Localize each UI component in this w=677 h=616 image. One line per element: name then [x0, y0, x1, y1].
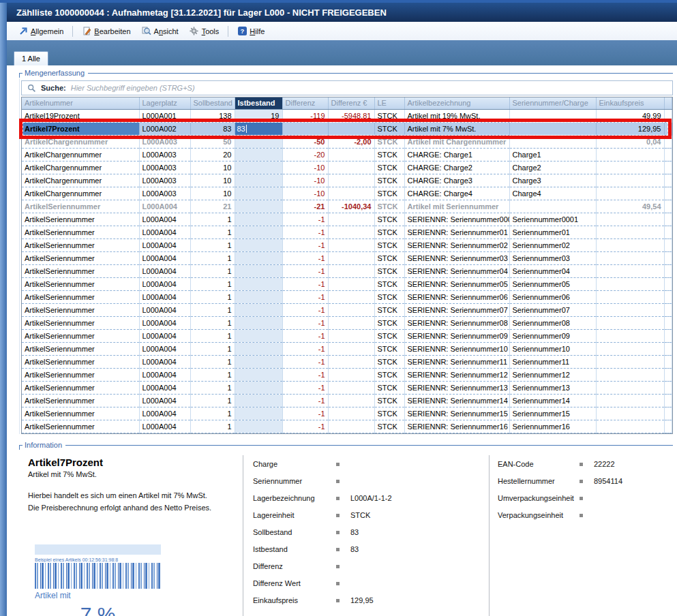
cell-artikelbezeichnung[interactable]: SERIENNR: Seriennummer08	[404, 316, 509, 329]
cell-differenz-eur[interactable]	[328, 161, 374, 174]
table-row[interactable]: ArtikelSeriennummerL000A0041-1STCKSERIEN…	[22, 342, 672, 355]
tab-alle[interactable]: 1 Alle	[14, 51, 48, 65]
cell-sliver[interactable]	[664, 420, 672, 433]
cell-seriennummer-charge[interactable]: Seriennummer05	[509, 277, 596, 290]
cell-lagerplatz[interactable]: L000A004	[139, 355, 190, 368]
cell-artikelbezeichnung[interactable]: SERIENNR: Seriennummer04	[404, 264, 509, 277]
cell-differenz-eur[interactable]	[328, 264, 374, 277]
cell-le[interactable]: STCK	[374, 316, 404, 329]
cell-lagerplatz[interactable]: L000A004	[139, 368, 190, 381]
table-row[interactable]: ArtikelSeriennummerL000A0041-1STCKSERIEN…	[22, 329, 672, 342]
cell-differenz-eur[interactable]	[328, 407, 374, 420]
cell-artikelnummer[interactable]: ArtikelSeriennummer	[22, 264, 139, 277]
cell-differenz-eur[interactable]	[328, 187, 374, 200]
cell-artikelnummer[interactable]: Artikel19Prozent	[22, 109, 139, 122]
menu-item-ansicht[interactable]: Ansicht	[137, 25, 183, 38]
cell-differenz[interactable]: -20	[282, 148, 328, 161]
cell-seriennummer-charge[interactable]: Seriennummer07	[509, 303, 596, 316]
cell-le[interactable]: STCK	[374, 394, 404, 407]
cell-differenz-eur[interactable]	[328, 355, 374, 368]
cell-einkaufspreis[interactable]	[596, 381, 664, 394]
cell-differenz[interactable]: -1	[282, 277, 328, 290]
cell-differenz[interactable]: -1	[282, 238, 328, 251]
cell-istbestand[interactable]	[235, 290, 282, 303]
cell-differenz-eur[interactable]	[328, 420, 374, 433]
cell-sliver[interactable]	[664, 303, 672, 316]
cell-differenz[interactable]: -1	[282, 226, 328, 238]
cell-einkaufspreis[interactable]	[596, 303, 664, 316]
cell-differenz[interactable]: -1	[282, 368, 328, 381]
cell-istbestand[interactable]	[235, 277, 282, 290]
cell-artikelnummer[interactable]: ArtikelChargennummer	[22, 187, 139, 200]
cell-einkaufspreis[interactable]	[596, 407, 664, 420]
cell-artikelbezeichnung[interactable]: SERIENNR: Seriennummer000	[404, 213, 509, 226]
cell-sollbestand[interactable]: 1	[190, 264, 235, 277]
cell-artikelbezeichnung[interactable]: Artikel mit Chargennummer	[404, 135, 509, 148]
cell-sliver[interactable]	[664, 109, 672, 122]
menu-item-hilfe[interactable]: ?Hilfe	[232, 25, 269, 38]
table-row[interactable]: ArtikelSeriennummerL000A0041-1STCKSERIEN…	[22, 264, 672, 277]
cell-sliver[interactable]	[664, 394, 672, 407]
table-row[interactable]: ArtikelSeriennummerL000A0041-1STCKSERIEN…	[22, 238, 672, 251]
cell-sliver[interactable]	[664, 355, 672, 368]
cell-sliver[interactable]	[664, 148, 672, 161]
cell-le[interactable]: STCK	[374, 368, 404, 381]
cell-differenz-eur[interactable]	[328, 174, 374, 187]
cell-artikelnummer[interactable]: ArtikelChargennummer	[22, 135, 139, 148]
table-row[interactable]: ArtikelChargennummerL000A00310-10STCKCHA…	[22, 174, 672, 187]
cell-artikelnummer[interactable]: ArtikelSeriennummer	[22, 329, 139, 342]
cell-sollbestand[interactable]: 1	[190, 226, 235, 238]
cell-sollbestand[interactable]: 10	[190, 161, 235, 174]
cell-einkaufspreis[interactable]	[596, 355, 664, 368]
cell-sollbestand[interactable]: 21	[190, 200, 235, 213]
table-row[interactable]: ArtikelSeriennummerL000A0041-1STCKSERIEN…	[22, 251, 672, 264]
cell-lagerplatz[interactable]: L000A003	[139, 174, 190, 187]
table-row[interactable]: ArtikelChargennummerL000A00310-10STCKCHA…	[22, 161, 672, 174]
cell-seriennummer-charge[interactable]: Seriennummer01	[509, 226, 596, 238]
cell-artikelnummer[interactable]: ArtikelSeriennummer	[22, 200, 139, 213]
cell-differenz[interactable]: -1	[282, 420, 328, 433]
col-header-einkaufspreis[interactable]: Einkaufspreis	[596, 97, 664, 109]
cell-seriennummer-charge[interactable]: Seriennummer06	[509, 290, 596, 303]
cell-artikelnummer[interactable]: ArtikelSeriennummer	[22, 277, 139, 290]
cell-artikelbezeichnung[interactable]: SERIENNR: Seriennummer16	[404, 420, 509, 433]
cell-le[interactable]: STCK	[374, 174, 404, 187]
cell-differenz[interactable]: -119	[282, 109, 328, 122]
cell-sliver[interactable]	[664, 368, 672, 381]
cell-le[interactable]: STCK	[374, 264, 404, 277]
cell-lagerplatz[interactable]: L000A004	[139, 251, 190, 264]
cell-lagerplatz[interactable]: L000A004	[139, 394, 190, 407]
table-row[interactable]: ArtikelSeriennummerL000A0041-1STCKSERIEN…	[22, 277, 672, 290]
cell-lagerplatz[interactable]: L000A003	[139, 148, 190, 161]
cell-lagerplatz[interactable]: L000A004	[139, 213, 190, 226]
cell-seriennummer-charge[interactable]	[509, 122, 596, 135]
cell-artikelbezeichnung[interactable]: CHARGE: Charge1	[404, 148, 509, 161]
cell-differenz[interactable]: -10	[282, 187, 328, 200]
cell-artikelnummer[interactable]: ArtikelSeriennummer	[22, 226, 139, 238]
cell-differenz-eur[interactable]	[328, 251, 374, 264]
cell-lagerplatz[interactable]: L000A003	[139, 187, 190, 200]
cell-lagerplatz[interactable]: L000A004	[139, 238, 190, 251]
cell-differenz-eur[interactable]	[328, 122, 374, 135]
cell-sliver[interactable]	[664, 200, 672, 213]
col-header-istbestand[interactable]: Istbestand	[235, 97, 282, 109]
table-row[interactable]: ArtikelSeriennummerL000A0041-1STCKSERIEN…	[22, 303, 672, 316]
cell-differenz[interactable]: -1	[282, 290, 328, 303]
cell-artikelnummer[interactable]: ArtikelSeriennummer	[22, 213, 139, 226]
cell-differenz[interactable]: -1	[282, 394, 328, 407]
cell-seriennummer-charge[interactable]: Seriennummer09	[509, 329, 596, 342]
cell-differenz[interactable]: -1	[282, 213, 328, 226]
search-bar[interactable]: Suche:	[21, 80, 673, 95]
table-row[interactable]: ArtikelSeriennummerL000A0041-1STCKSERIEN…	[22, 381, 672, 394]
cell-einkaufspreis[interactable]: 49,99	[596, 109, 664, 122]
cell-sliver[interactable]	[664, 226, 672, 238]
cell-differenz-eur[interactable]	[328, 277, 374, 290]
cell-istbestand[interactable]	[235, 303, 282, 316]
cell-lagerplatz[interactable]: L000A004	[139, 303, 190, 316]
cell-istbestand[interactable]	[235, 238, 282, 251]
cell-artikelnummer[interactable]: ArtikelSeriennummer	[22, 407, 139, 420]
cell-sliver[interactable]	[664, 174, 672, 187]
cell-einkaufspreis[interactable]	[596, 238, 664, 251]
cell-sliver[interactable]	[664, 381, 672, 394]
cell-artikelnummer[interactable]: ArtikelSeriennummer	[22, 316, 139, 329]
